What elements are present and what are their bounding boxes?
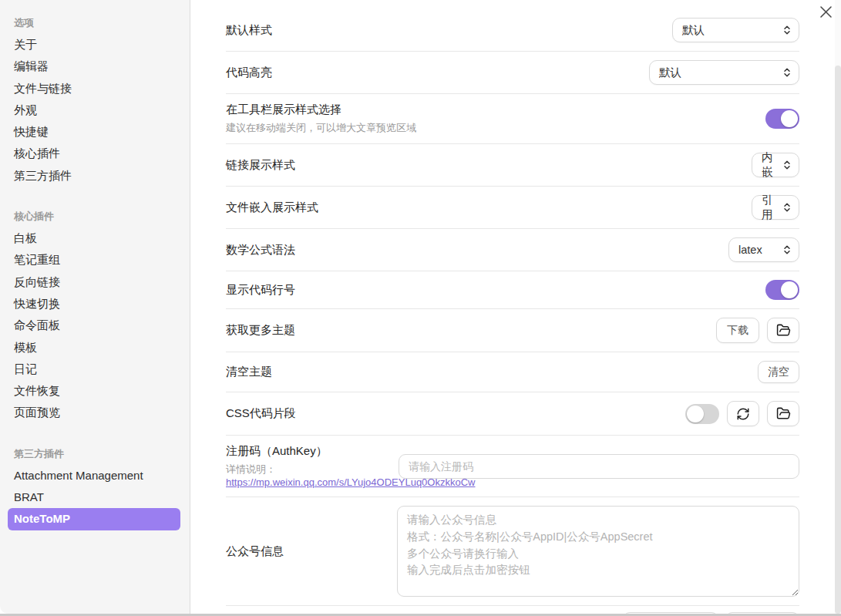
toolbar-style-toggle[interactable] [765,109,799,129]
sidebar-item-brat[interactable]: BRAT [14,486,180,508]
settings-sidebar: 选项 关于 编辑器 文件与链接 外观 快捷键 核心插件 第三方插件 核心插件 白… [0,0,190,614]
chevron-up-down-icon [783,202,791,213]
sidebar-item-quick-switcher[interactable]: 快速切换 [14,293,180,315]
line-number-toggle[interactable] [765,280,799,300]
sidebar-item-appearance[interactable]: 外观 [14,99,180,121]
toggle-knob [781,281,798,298]
setting-name: 链接展示样式 [226,158,752,173]
download-theme-button[interactable]: 下载 [716,318,759,343]
chevron-up-down-icon [783,160,791,170]
css-snippet-toggle[interactable] [685,404,719,424]
setting-name: 清空主题 [226,365,758,379]
sidebar-item-templates[interactable]: 模板 [14,337,180,358]
sidebar-item-community-plugins[interactable]: 第三方插件 [14,165,180,187]
setting-name: 显示代码行号 [226,283,765,298]
select-value: 内嵌 [762,150,777,180]
setting-row-mp-info: 公众号信息 [226,497,799,606]
clear-theme-button[interactable]: 清空 [758,361,799,383]
setting-name: 代码高亮 [226,66,649,80]
setting-name: 公众号信息 [226,544,397,559]
authkey-desc-prefix: 详情说明： [226,463,276,475]
setting-name: 获取更多主题 [226,323,716,338]
sidebar-item-attachment-management[interactable]: Attachment Management [14,465,180,486]
sidebar-section-options: 选项 关于 编辑器 文件与链接 外观 快捷键 核心插件 第三方插件 [14,12,180,187]
toggle-knob [781,110,798,127]
sidebar-item-editor[interactable]: 编辑器 [14,56,180,77]
sidebar-item-canvas[interactable]: 白板 [14,227,180,249]
scrollbar-thumb[interactable] [835,66,841,614]
sidebar-section-header: 第三方插件 [14,443,180,465]
sidebar-item-backlinks[interactable]: 反向链接 [14,271,180,293]
link-style-select[interactable]: 内嵌 [752,153,799,177]
setting-desc: 建议在移动端关闭，可以增大文章预览区域 [226,121,765,135]
setting-row-math-syntax: 数学公式语法 latex [226,229,799,271]
close-button[interactable] [819,5,833,19]
select-value: 默认 [659,66,681,80]
authkey-input[interactable] [399,454,799,479]
sidebar-item-note-composer[interactable]: 笔记重组 [14,249,180,271]
encrypt-mp-info-button[interactable]: 加密公众号信息 [623,612,718,616]
setting-row-get-themes: 获取更多主题 下载 [226,309,799,352]
setting-name: 数学公式语法 [226,243,728,258]
sidebar-section-core-plugins: 核心插件 白板 笔记重组 反向链接 快速切换 命令面板 模板 日记 文件恢复 页… [14,206,180,424]
setting-row-link-style: 链接展示样式 内嵌 [226,144,799,187]
sidebar-section-header: 核心插件 [14,206,180,227]
settings-modal: 选项 关于 编辑器 文件与链接 外观 快捷键 核心插件 第三方插件 核心插件 白… [0,0,841,616]
setting-row-css-snippets: CSS代码片段 [226,392,799,436]
setting-name: 在工具栏展示样式选择 [226,103,765,117]
settings-content: 默认样式 默认 代码高亮 默认 [191,0,841,614]
folder-open-icon [776,323,791,338]
chevron-up-down-icon [783,67,791,78]
chevron-up-down-icon [783,25,791,35]
sidebar-section-header: 选项 [14,12,180,34]
setting-row-file-embed-style: 文件嵌入展示样式 引用 [226,187,799,229]
mp-info-textarea[interactable] [397,506,799,597]
open-theme-folder-button[interactable] [767,318,799,343]
math-syntax-select[interactable]: latex [728,237,799,262]
scrollbar-track[interactable] [835,0,841,614]
setting-desc: 详情说明：https://mp.weixin.qq.com/s/LYujo4OD… [226,463,399,488]
sidebar-section-community-plugins: 第三方插件 Attachment Management BRAT NoteToM… [14,443,180,530]
test-mp-button[interactable]: 测试公众号 [725,612,799,616]
setting-name: 注册码（AuthKey） [226,444,399,459]
sidebar-item-files-links[interactable]: 文件与链接 [14,78,180,99]
sidebar-item-core-plugins[interactable]: 核心插件 [14,143,180,164]
footer-actions: 加密公众号信息 测试公众号 [226,606,799,616]
reload-snippet-button[interactable] [727,401,759,426]
sidebar-item-file-recovery[interactable]: 文件恢复 [14,380,180,402]
setting-row-code-highlight: 代码高亮 默认 [226,52,799,94]
setting-name: CSS代码片段 [226,406,685,421]
select-value: 默认 [682,23,705,38]
select-value: 引用 [762,193,777,222]
setting-row-line-numbers: 显示代码行号 [226,271,799,309]
sidebar-item-about[interactable]: 关于 [14,34,180,56]
open-snippet-folder-button[interactable] [767,401,799,426]
setting-row-toolbar-style: 在工具栏展示样式选择 建议在移动端关闭，可以增大文章预览区域 [226,94,799,144]
sidebar-item-notetomp[interactable]: NoteToMP [8,508,180,530]
close-icon [819,5,833,19]
sidebar-item-daily-notes[interactable]: 日记 [14,358,180,380]
setting-name: 文件嵌入展示样式 [226,200,752,215]
chevron-up-down-icon [783,244,791,255]
toggle-knob [687,406,704,422]
sidebar-item-command-palette[interactable]: 命令面板 [14,315,180,336]
setting-row-authkey: 注册码（AuthKey） 详情说明：https://mp.weixin.qq.c… [226,436,799,497]
setting-row-clear-theme: 清空主题 清空 [226,352,799,392]
folder-open-icon [776,406,791,421]
code-highlight-select[interactable]: 默认 [649,60,799,85]
sidebar-item-page-preview[interactable]: 页面预览 [14,402,180,423]
setting-name: 默认样式 [226,23,672,38]
sidebar-item-hotkeys[interactable]: 快捷键 [14,121,180,143]
refresh-icon [736,407,750,421]
select-value: latex [738,244,762,256]
setting-row-default-style: 默认样式 默认 [226,9,799,52]
default-style-select[interactable]: 默认 [672,18,799,42]
file-embed-style-select[interactable]: 引用 [752,195,799,220]
